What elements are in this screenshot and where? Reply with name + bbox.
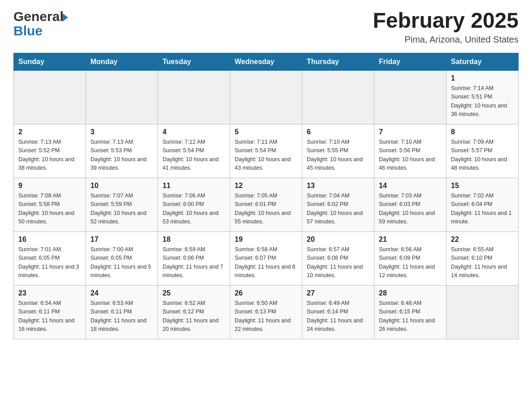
calendar-cell: 25Sunrise: 6:52 AM Sunset: 6:12 PM Dayli… (158, 285, 230, 339)
day-info: Sunrise: 6:54 AM Sunset: 6:11 PM Dayligh… (18, 299, 81, 334)
calendar-cell: 3Sunrise: 7:13 AM Sunset: 5:53 PM Daylig… (86, 124, 158, 178)
calendar-cell: 5Sunrise: 7:11 AM Sunset: 5:54 PM Daylig… (230, 124, 302, 178)
day-info: Sunrise: 7:14 AM Sunset: 5:51 PM Dayligh… (451, 84, 514, 119)
calendar-cell: 13Sunrise: 7:04 AM Sunset: 6:02 PM Dayli… (302, 178, 374, 231)
calendar-cell (158, 70, 230, 124)
header-monday: Monday (86, 53, 158, 70)
logo-blue-text: Blue (13, 24, 43, 38)
day-number: 8 (451, 128, 514, 136)
logo: General Blue (13, 9, 68, 38)
header-sunday: Sunday (14, 53, 86, 70)
day-number: 26 (235, 289, 297, 297)
day-number: 19 (235, 235, 297, 244)
day-info: Sunrise: 6:58 AM Sunset: 6:07 PM Dayligh… (235, 245, 297, 280)
header-saturday: Saturday (446, 53, 519, 70)
header-tuesday: Tuesday (158, 53, 230, 70)
day-number: 4 (163, 128, 225, 136)
calendar-cell: 10Sunrise: 7:07 AM Sunset: 5:59 PM Dayli… (86, 178, 158, 231)
calendar-cell: 11Sunrise: 7:06 AM Sunset: 6:00 PM Dayli… (158, 178, 230, 231)
day-info: Sunrise: 7:13 AM Sunset: 5:53 PM Dayligh… (90, 138, 153, 173)
header-friday: Friday (374, 53, 446, 70)
day-info: Sunrise: 6:56 AM Sunset: 6:09 PM Dayligh… (379, 245, 442, 280)
logo-arrow-icon (63, 13, 68, 21)
weekday-header-row: Sunday Monday Tuesday Wednesday Thursday… (14, 53, 519, 70)
calendar-cell: 23Sunrise: 6:54 AM Sunset: 6:11 PM Dayli… (14, 285, 86, 339)
day-info: Sunrise: 7:00 AM Sunset: 6:05 PM Dayligh… (90, 245, 153, 280)
day-info: Sunrise: 7:03 AM Sunset: 6:03 PM Dayligh… (379, 192, 442, 227)
calendar-cell: 4Sunrise: 7:12 AM Sunset: 5:54 PM Daylig… (158, 124, 230, 178)
day-info: Sunrise: 7:09 AM Sunset: 5:57 PM Dayligh… (451, 138, 514, 173)
day-info: Sunrise: 7:04 AM Sunset: 6:02 PM Dayligh… (307, 192, 369, 227)
calendar-cell: 19Sunrise: 6:58 AM Sunset: 6:07 PM Dayli… (230, 231, 302, 285)
day-number: 21 (379, 235, 442, 244)
day-number: 27 (307, 289, 369, 297)
day-number: 2 (18, 128, 81, 136)
day-number: 25 (163, 289, 225, 297)
calendar-header: Sunday Monday Tuesday Wednesday Thursday… (14, 53, 519, 70)
title-block: February 2025 Pima, Arizona, United Stat… (373, 9, 519, 45)
day-info: Sunrise: 6:49 AM Sunset: 6:14 PM Dayligh… (307, 299, 369, 334)
day-info: Sunrise: 7:10 AM Sunset: 5:56 PM Dayligh… (379, 138, 442, 173)
calendar-cell: 14Sunrise: 7:03 AM Sunset: 6:03 PM Dayli… (374, 178, 446, 231)
calendar-cell: 16Sunrise: 7:01 AM Sunset: 6:05 PM Dayli… (14, 231, 86, 285)
day-number: 23 (18, 289, 81, 297)
calendar-cell: 15Sunrise: 7:02 AM Sunset: 6:04 PM Dayli… (446, 178, 519, 231)
calendar-cell: 7Sunrise: 7:10 AM Sunset: 5:56 PM Daylig… (374, 124, 446, 178)
day-number: 11 (163, 182, 225, 190)
header-wednesday: Wednesday (230, 53, 302, 70)
day-number: 13 (307, 182, 369, 190)
calendar-table: Sunday Monday Tuesday Wednesday Thursday… (13, 53, 519, 339)
day-number: 24 (90, 289, 153, 297)
calendar-cell: 6Sunrise: 7:10 AM Sunset: 5:55 PM Daylig… (302, 124, 374, 178)
day-number: 28 (379, 289, 442, 297)
day-number: 20 (307, 235, 369, 244)
day-info: Sunrise: 7:08 AM Sunset: 5:58 PM Dayligh… (18, 192, 81, 227)
day-info: Sunrise: 7:02 AM Sunset: 6:04 PM Dayligh… (451, 192, 514, 227)
day-info: Sunrise: 7:12 AM Sunset: 5:54 PM Dayligh… (163, 138, 225, 173)
day-number: 18 (163, 235, 225, 244)
calendar-cell (374, 70, 446, 124)
calendar-cell: 9Sunrise: 7:08 AM Sunset: 5:58 PM Daylig… (14, 178, 86, 231)
day-info: Sunrise: 7:11 AM Sunset: 5:54 PM Dayligh… (235, 138, 297, 173)
calendar-week-row: 2Sunrise: 7:13 AM Sunset: 5:52 PM Daylig… (14, 124, 519, 178)
calendar-cell (230, 70, 302, 124)
calendar-cell: 18Sunrise: 6:59 AM Sunset: 6:06 PM Dayli… (158, 231, 230, 285)
day-info: Sunrise: 7:01 AM Sunset: 6:05 PM Dayligh… (18, 245, 81, 280)
calendar-week-row: 23Sunrise: 6:54 AM Sunset: 6:11 PM Dayli… (14, 285, 519, 339)
calendar-cell: 12Sunrise: 7:05 AM Sunset: 6:01 PM Dayli… (230, 178, 302, 231)
calendar-cell: 27Sunrise: 6:49 AM Sunset: 6:14 PM Dayli… (302, 285, 374, 339)
day-info: Sunrise: 7:05 AM Sunset: 6:01 PM Dayligh… (235, 192, 297, 227)
day-number: 7 (379, 128, 442, 136)
day-number: 3 (90, 128, 153, 136)
day-number: 10 (90, 182, 153, 190)
day-number: 1 (451, 74, 514, 82)
day-info: Sunrise: 6:55 AM Sunset: 6:10 PM Dayligh… (451, 245, 514, 280)
header-thursday: Thursday (302, 53, 374, 70)
day-info: Sunrise: 6:57 AM Sunset: 6:08 PM Dayligh… (307, 245, 369, 280)
day-info: Sunrise: 7:10 AM Sunset: 5:55 PM Dayligh… (307, 138, 369, 173)
calendar-cell: 28Sunrise: 6:48 AM Sunset: 6:15 PM Dayli… (374, 285, 446, 339)
day-number: 6 (307, 128, 369, 136)
day-info: Sunrise: 7:13 AM Sunset: 5:52 PM Dayligh… (18, 138, 81, 173)
day-number: 9 (18, 182, 81, 190)
calendar-week-row: 1Sunrise: 7:14 AM Sunset: 5:51 PM Daylig… (14, 70, 519, 124)
calendar-cell: 26Sunrise: 6:50 AM Sunset: 6:13 PM Dayli… (230, 285, 302, 339)
logo-general-text: General (13, 9, 64, 24)
page-header: General Blue February 2025 Pima, Arizona… (13, 9, 519, 45)
day-number: 12 (235, 182, 297, 190)
calendar-cell (302, 70, 374, 124)
calendar-cell (86, 70, 158, 124)
day-info: Sunrise: 7:07 AM Sunset: 5:59 PM Dayligh… (90, 192, 153, 227)
day-number: 14 (379, 182, 442, 190)
calendar-cell: 20Sunrise: 6:57 AM Sunset: 6:08 PM Dayli… (302, 231, 374, 285)
calendar-week-row: 9Sunrise: 7:08 AM Sunset: 5:58 PM Daylig… (14, 178, 519, 231)
location-title: Pima, Arizona, United States (373, 34, 519, 45)
calendar-week-row: 16Sunrise: 7:01 AM Sunset: 6:05 PM Dayli… (14, 231, 519, 285)
calendar-body: 1Sunrise: 7:14 AM Sunset: 5:51 PM Daylig… (14, 70, 519, 339)
day-info: Sunrise: 6:59 AM Sunset: 6:06 PM Dayligh… (163, 245, 225, 280)
day-number: 15 (451, 182, 514, 190)
calendar-cell (14, 70, 86, 124)
day-number: 16 (18, 235, 81, 244)
calendar-cell: 24Sunrise: 6:53 AM Sunset: 6:11 PM Dayli… (86, 285, 158, 339)
day-number: 22 (451, 235, 514, 244)
